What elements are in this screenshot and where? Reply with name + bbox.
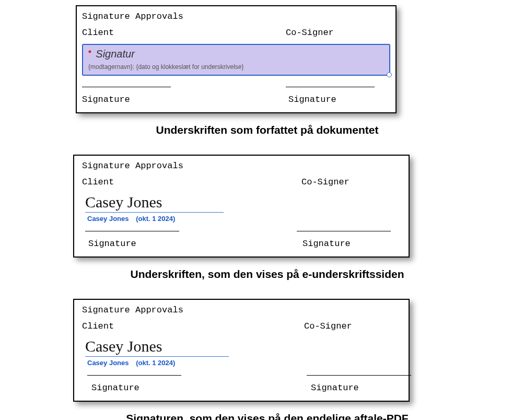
role-client: Client [82,321,304,331]
signature-meta-template: {modtagernavn}: {dato og klokkeslæt for … [88,63,384,71]
panel-title: Signature Approvals [82,305,401,315]
signed-name: Casey Jones [85,337,229,357]
signed-meta-name: Casey Jones [87,215,129,223]
required-asterisk-icon: * [88,48,91,57]
signature-line-right [297,230,391,231]
signed-meta-name: Casey Jones [87,359,129,367]
signed-meta: Casey Jones (okt. 1 2024) [87,359,401,367]
signature-placeholder: Signatur [96,48,135,60]
signed-meta: Casey Jones (okt. 1 2024) [87,215,401,223]
role-cosigner: Co-Signer [286,28,390,38]
panel-esign-page: Signature Approvals Client Co-Signer Cas… [73,155,410,258]
panel-title: Signature Approvals [82,161,401,171]
signature-line-right [286,86,375,87]
signature-label-left: Signature [82,95,288,104]
role-client: Client [82,177,301,187]
role-cosigner: Co-Signer [301,177,401,187]
caption-esign-page: Underskriften, som den vises på e-unders… [5,268,524,281]
signed-meta-date: (okt. 1 2024) [136,359,175,367]
signature-field[interactable]: * Signatur {modtagernavn}: {dato og klok… [82,44,390,76]
signature-line-left [82,86,171,87]
role-cosigner: Co-Signer [304,321,401,331]
signature-label-right: Signature [302,239,401,249]
signed-name: Casey Jones [85,193,224,213]
panel-title: Signature Approvals [82,11,390,21]
role-client: Client [82,28,286,38]
signature-label-left: Signature [82,239,302,249]
signature-label-right: Signature [311,383,401,393]
signature-line-left [87,375,181,376]
panel-final-pdf: Signature Approvals Client Co-Signer Cas… [73,299,410,402]
panel-authoring: Signature Approvals Client Co-Signer * S… [76,5,397,113]
signature-line-right [307,375,411,376]
signature-line-left [85,230,179,231]
caption-final-pdf: Signaturen, som den vises på den endelig… [5,412,524,420]
caption-authoring: Underskriften som forfattet på dokumente… [5,124,524,136]
signature-label-right: Signature [288,95,390,104]
signature-label-left: Signature [82,383,311,393]
signed-meta-date: (okt. 1 2024) [136,215,175,223]
